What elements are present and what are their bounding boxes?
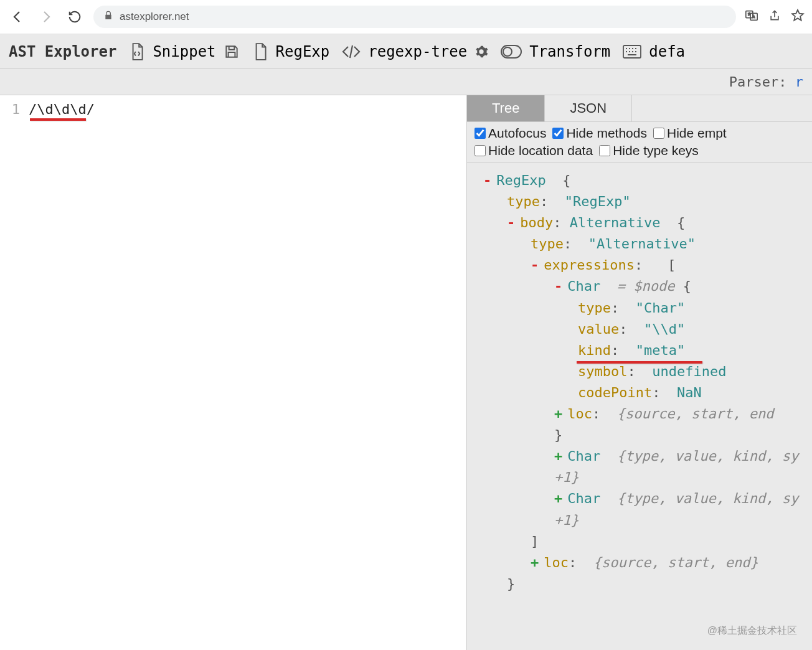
toggle-icon bbox=[501, 45, 522, 59]
expand-toggle[interactable]: + bbox=[531, 555, 539, 570]
transform-toggle[interactable]: Transform bbox=[501, 43, 610, 60]
reload-button[interactable] bbox=[65, 7, 85, 27]
opt-hide-methods[interactable]: Hide methods bbox=[552, 126, 647, 141]
parser-subbar: Parser: r bbox=[0, 69, 812, 95]
opt-hide-location[interactable]: Hide location data bbox=[474, 143, 593, 158]
keymap-label: defa bbox=[649, 43, 685, 60]
url-text: astexplorer.net bbox=[120, 11, 189, 23]
tab-tree[interactable]: Tree bbox=[467, 95, 545, 121]
snippet-menu[interactable]: Snippet bbox=[129, 42, 239, 61]
expand-toggle[interactable]: + bbox=[554, 406, 562, 422]
editor-code[interactable]: /\d\d\d/ bbox=[29, 101, 95, 117]
keyboard-icon bbox=[623, 45, 641, 59]
opt-hide-type[interactable]: Hide type keys bbox=[599, 143, 699, 158]
language-menu[interactable]: RegExp bbox=[252, 42, 330, 61]
parser-label: regexp-tree bbox=[368, 43, 467, 60]
transform-label: Transform bbox=[529, 43, 610, 60]
output-tabs: Tree JSON bbox=[467, 95, 812, 122]
app-toolbar: AST Explorer Snippet RegExp regexp-tree … bbox=[0, 34, 812, 69]
tab-json[interactable]: JSON bbox=[545, 95, 632, 121]
opt-autofocus[interactable]: Autofocus bbox=[474, 126, 546, 141]
svg-point-3 bbox=[503, 47, 512, 56]
keymap-menu[interactable]: defa bbox=[623, 43, 685, 60]
app-logo: AST Explorer bbox=[9, 43, 116, 60]
back-button[interactable] bbox=[7, 7, 27, 27]
collapse-toggle[interactable]: - bbox=[531, 257, 539, 273]
parser-prefix: Parser: bbox=[729, 74, 795, 90]
snippet-icon bbox=[129, 42, 145, 61]
address-bar[interactable]: astexplorer.net bbox=[93, 6, 736, 28]
annotation-underline bbox=[30, 118, 86, 121]
forward-button[interactable] bbox=[36, 7, 56, 27]
code-icon bbox=[342, 44, 361, 59]
collapse-toggle[interactable]: - bbox=[554, 278, 562, 294]
code-editor[interactable]: 1 /\d\d\d/ bbox=[0, 95, 467, 650]
lock-icon bbox=[103, 11, 113, 24]
star-icon[interactable] bbox=[791, 9, 805, 25]
gear-icon[interactable] bbox=[474, 45, 488, 59]
ast-tree[interactable]: -RegExp { type: "RegExp" -body: Alternat… bbox=[467, 162, 812, 602]
collapse-toggle[interactable]: - bbox=[507, 215, 515, 230]
line-number: 1 bbox=[0, 101, 29, 117]
collapse-toggle[interactable]: - bbox=[483, 172, 491, 188]
output-panel: Tree JSON Autofocus Hide methods Hide em… bbox=[467, 95, 812, 650]
watermark: @稀土掘金技术社区 bbox=[707, 624, 797, 638]
parser-menu[interactable]: regexp-tree bbox=[342, 43, 488, 60]
snippet-label: Snippet bbox=[153, 43, 215, 60]
parser-link[interactable]: r bbox=[795, 74, 803, 90]
save-icon[interactable] bbox=[224, 44, 240, 60]
expand-toggle[interactable]: + bbox=[554, 491, 562, 506]
translate-icon[interactable] bbox=[745, 9, 758, 25]
expand-toggle[interactable]: + bbox=[554, 448, 562, 464]
opt-hide-empty[interactable]: Hide empt bbox=[653, 126, 727, 141]
share-icon[interactable] bbox=[768, 9, 781, 24]
tree-options: Autofocus Hide methods Hide empt Hide lo… bbox=[467, 122, 812, 162]
language-label: RegExp bbox=[276, 43, 330, 60]
browser-bar: astexplorer.net bbox=[0, 0, 812, 34]
file-icon bbox=[252, 42, 268, 61]
